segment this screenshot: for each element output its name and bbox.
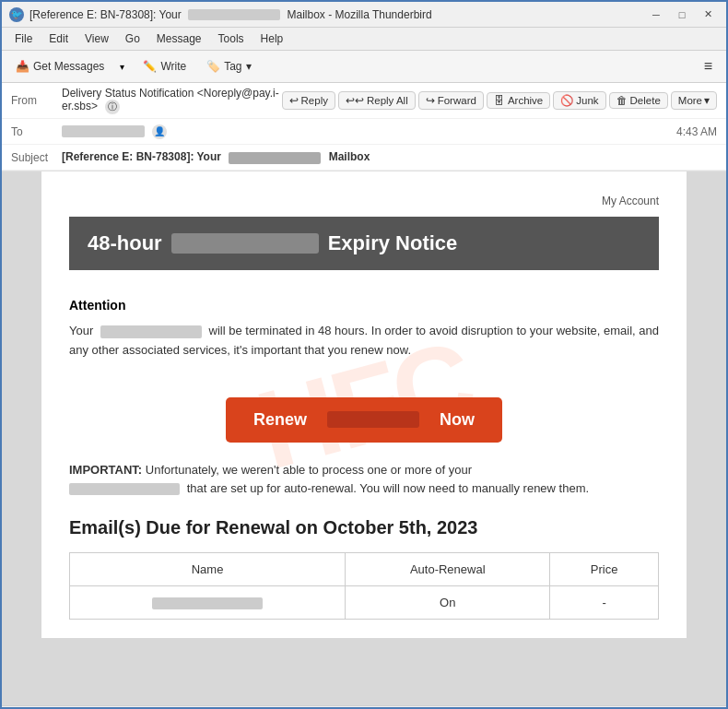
- get-messages-icon: 📥: [16, 60, 29, 73]
- table-header-price: Price: [550, 553, 659, 586]
- menu-edit[interactable]: Edit: [41, 30, 76, 47]
- forward-icon: ↪: [426, 94, 435, 107]
- junk-icon: 🚫: [560, 94, 573, 107]
- table-cell-auto-renewal: On: [346, 586, 550, 620]
- subject-row: Subject [Reference E: BN-78308]: Your Ma…: [2, 145, 726, 171]
- title-bar: 🐦 [Reference E: BN-78308]: Your Mailbox …: [2, 2, 726, 28]
- reply-icon: ↩: [289, 94, 299, 107]
- get-messages-dropdown[interactable]: ▾: [112, 53, 131, 79]
- app-icon: 🐦: [9, 7, 24, 22]
- from-value: Delivery Status Notification <Noreply@pa…: [62, 87, 282, 114]
- minimize-button[interactable]: ─: [645, 6, 667, 23]
- email-actions: ↩ Reply ↩↩ Reply All ↪ Forward 🗄 Archive…: [282, 91, 717, 110]
- menu-bar: File Edit View Go Message Tools Help: [2, 28, 726, 50]
- table-row: On -: [70, 586, 659, 620]
- forward-button[interactable]: ↪ Forward: [418, 91, 484, 110]
- toolbar: 📥 Get Messages ▾ ✏️ Write 🏷️ Tag ▾ ≡: [2, 50, 726, 83]
- tag-dropdown-icon: ▾: [246, 60, 252, 73]
- attention-text: Your will be terminated in 48 hours. In …: [69, 322, 659, 360]
- status-bar: 📡: [2, 705, 726, 709]
- to-info-icon[interactable]: 👤: [152, 124, 167, 139]
- more-dropdown-icon: ▾: [704, 94, 710, 107]
- banner-text-end: Expiry Notice: [328, 231, 458, 255]
- email-inner: My Account 48-hour Expiry Notice Attenti…: [41, 171, 687, 638]
- menu-help[interactable]: Help: [253, 30, 291, 47]
- reply-all-icon: ↩↩: [346, 94, 364, 107]
- archive-icon: 🗄: [494, 95, 505, 106]
- attention-redacted: [100, 325, 202, 338]
- delete-button[interactable]: 🗑 Delete: [609, 92, 668, 109]
- write-button[interactable]: ✏️ Write: [135, 56, 194, 77]
- important-label: IMPORTANT:: [69, 463, 142, 477]
- renewal-title: Email(s) Due for Renewal on October 5th,…: [69, 517, 659, 538]
- email-header: From Delivery Status Notification <Norep…: [2, 83, 726, 171]
- get-messages-button[interactable]: 📥 Get Messages: [7, 56, 112, 77]
- menu-file[interactable]: File: [7, 30, 40, 47]
- banner-redacted: [171, 233, 319, 254]
- tag-button[interactable]: 🏷️ Tag ▾: [198, 56, 259, 77]
- from-row: From Delivery Status Notification <Norep…: [2, 83, 726, 119]
- my-account-link[interactable]: My Account: [602, 195, 659, 207]
- menu-message[interactable]: Message: [149, 30, 209, 47]
- hamburger-menu-button[interactable]: ≡: [696, 54, 721, 78]
- get-messages-group: 📥 Get Messages ▾: [7, 53, 131, 79]
- write-icon: ✏️: [143, 60, 157, 73]
- to-value: 👤: [62, 124, 667, 139]
- subject-value: [Reference E: BN-78308]: Your Mailbox: [62, 150, 717, 163]
- attention-section: Attention Your will be terminated in 48 …: [69, 289, 659, 379]
- from-label: From: [11, 94, 62, 107]
- sender-info-icon[interactable]: ⓘ: [105, 100, 120, 114]
- to-label: To: [11, 125, 62, 138]
- reply-all-button[interactable]: ↩↩ Reply All: [338, 91, 416, 110]
- window-title: [Reference E: BN-78308]: Your Mailbox - …: [29, 8, 432, 21]
- tag-icon: 🏷️: [206, 60, 220, 73]
- table-name-redacted: [152, 597, 263, 609]
- archive-button[interactable]: 🗄 Archive: [487, 92, 550, 109]
- banner-text-start: 48-hour: [88, 231, 162, 255]
- expiry-banner: 48-hour Expiry Notice: [69, 217, 659, 270]
- menu-view[interactable]: View: [77, 30, 116, 47]
- title-bar-left: 🐦 [Reference E: BN-78308]: Your Mailbox …: [9, 7, 432, 22]
- important-section: IMPORTANT: Unfortunately, we weren't abl…: [69, 461, 659, 500]
- delete-icon: 🗑: [616, 95, 628, 106]
- to-row: To 👤 4:43 AM: [2, 119, 726, 145]
- subject-label: Subject: [11, 151, 62, 164]
- table-cell-price: -: [550, 586, 659, 620]
- email-content-wrapper: HFC My Account 48-hour Expiry Notice Att…: [41, 171, 687, 638]
- renew-btn-container: Renew Now: [69, 397, 659, 443]
- window-controls: ─ □ ✕: [645, 6, 719, 23]
- renewal-table: Name Auto-Renewal Price On -: [69, 552, 659, 620]
- table-cell-name: [70, 586, 346, 620]
- menu-go[interactable]: Go: [118, 30, 147, 47]
- important-redacted: [69, 483, 180, 495]
- email-body: HFC My Account 48-hour Expiry Notice Att…: [2, 171, 726, 705]
- reply-button[interactable]: ↩ Reply: [282, 91, 335, 110]
- renew-now-button[interactable]: Renew Now: [226, 397, 502, 443]
- junk-button[interactable]: 🚫 Junk: [553, 91, 605, 110]
- attention-title: Attention: [69, 298, 659, 313]
- close-button[interactable]: ✕: [697, 6, 719, 23]
- table-header-name: Name: [70, 553, 346, 586]
- renew-redacted: [327, 411, 419, 428]
- menu-tools[interactable]: Tools: [211, 30, 252, 47]
- table-header-row: Name Auto-Renewal Price: [70, 553, 659, 586]
- more-button[interactable]: More ▾: [671, 91, 717, 110]
- brand-header: My Account: [69, 190, 659, 217]
- maximize-button[interactable]: □: [671, 6, 693, 23]
- email-time: 4:43 AM: [676, 125, 717, 138]
- table-header-auto-renewal: Auto-Renewal: [346, 553, 550, 586]
